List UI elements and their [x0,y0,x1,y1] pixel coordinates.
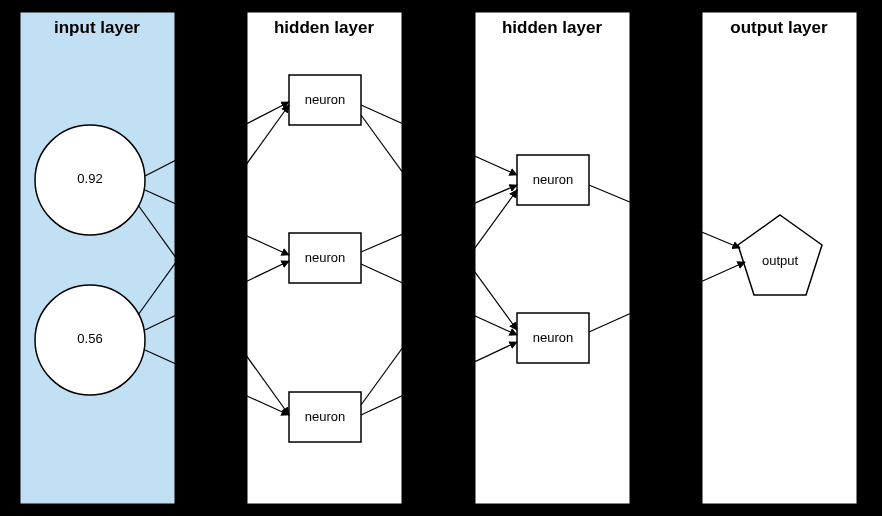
input-node-1-value: 0.56 [77,331,102,346]
input-layer-title: input layer [54,18,140,37]
hidden2-node-0-label: neuron [533,172,573,187]
hidden-layer-2-panel [475,12,630,504]
input-layer-panel [20,12,175,504]
hidden1-node-2-label: neuron [305,409,345,424]
output-node-label: output [762,253,799,268]
output-layer-title: output layer [730,18,828,37]
hidden2-node-1-label: neuron [533,330,573,345]
hidden1-node-0-label: neuron [305,92,345,107]
hidden-layer-2-title: hidden layer [502,18,603,37]
hidden-layer-1-title: hidden layer [274,18,375,37]
input-node-0-value: 0.92 [77,171,102,186]
hidden1-node-1-label: neuron [305,250,345,265]
